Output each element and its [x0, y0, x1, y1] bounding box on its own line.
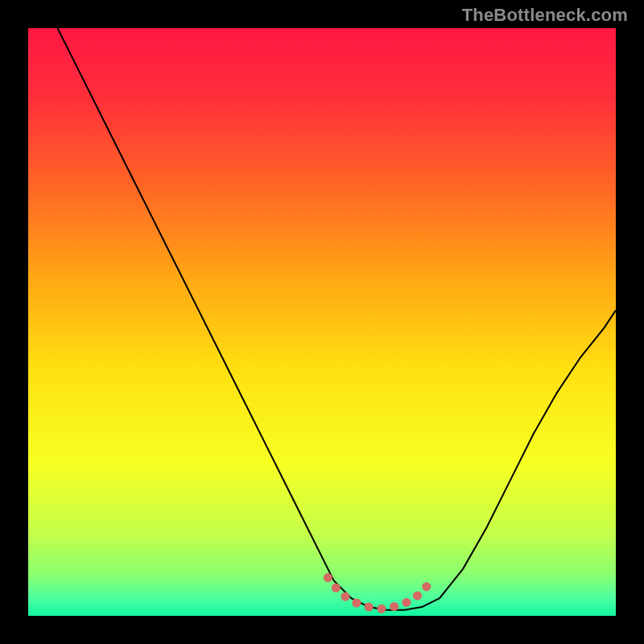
chart-frame: TheBottleneck.com — [0, 0, 644, 644]
chart-svg — [28, 28, 616, 616]
plot-area — [28, 28, 616, 616]
watermark-text: TheBottleneck.com — [462, 5, 628, 26]
chart-background — [28, 28, 616, 616]
